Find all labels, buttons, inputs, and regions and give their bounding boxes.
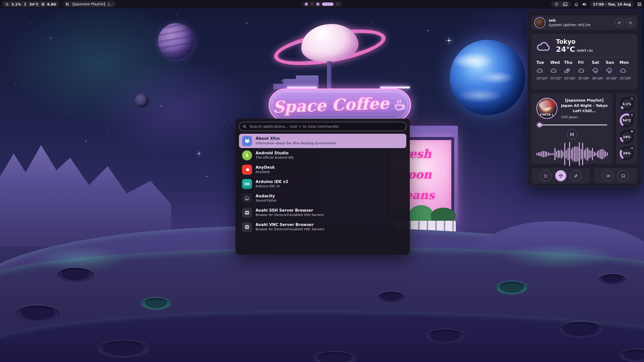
waveform-bar [579, 142, 580, 166]
workspace-dot-1[interactable] [305, 3, 308, 6]
seek-bar[interactable] [537, 124, 607, 125]
waveform-bar [572, 147, 573, 161]
waveform-bar [541, 151, 542, 157]
forecast-day: Sat 36°/26° [591, 60, 605, 80]
audacity-icon [242, 193, 252, 203]
pause-button[interactable] [567, 129, 577, 140]
forecast-day: Mon 33°/26° [619, 60, 633, 80]
waveform-bar [571, 149, 572, 159]
app-row-about-xfce[interactable]: About Xfce Information about the Xfce De… [239, 134, 406, 148]
performance-profile-button[interactable] [540, 170, 551, 181]
album-art-text: TOKYO L [537, 113, 557, 116]
workspace-dot-4-active[interactable] [322, 3, 334, 6]
gauge: 14% [620, 130, 634, 144]
waveform-bar [559, 151, 560, 158]
search-icon [242, 124, 247, 129]
system-stats-pill[interactable]: 3.1% 54°C 6.8G [2, 1, 59, 7]
saturn-ring [271, 23, 388, 72]
workspace-dot-2[interactable] [310, 3, 314, 6]
waveform-bar [551, 153, 552, 155]
waveform-bar [545, 151, 546, 157]
waveform-bar [549, 153, 550, 155]
chip-icon [41, 2, 45, 6]
tray-pill [551, 1, 571, 7]
cpu-temp-value: 54°C [29, 2, 38, 6]
workspace-indicator [302, 1, 342, 7]
clock-pill[interactable]: 17:09 - Tue, 19 Aug [590, 1, 634, 7]
gauge: 24% [620, 146, 634, 160]
workspace-dot-5[interactable] [336, 3, 339, 6]
wallpaper-tray-icon[interactable] [563, 2, 568, 7]
now-playing-pill[interactable]: 【Japanese Playlist】 J... [63, 1, 116, 7]
bright-star [448, 40, 450, 41]
app-row-avahi-ssh[interactable]: Avahi SSH Server Browser Browse for Zero… [239, 205, 406, 220]
waveform-bar [603, 150, 605, 158]
track-subtitle: Chill Japan. [561, 115, 608, 119]
leaf-icon [574, 173, 578, 178]
balanced-profile-button[interactable] [555, 170, 566, 181]
cloud-icon [578, 67, 585, 74]
video-camera-icon [606, 173, 611, 178]
screenshot-icon [621, 173, 626, 178]
seek-knob[interactable] [538, 123, 542, 127]
system-uptime: System Uptime: 4h11m [549, 23, 590, 27]
search-input[interactable] [239, 122, 406, 131]
gauge: 54°C [620, 113, 634, 127]
waveform-bar [590, 151, 591, 158]
waveform-bar [566, 150, 567, 158]
volume-icon[interactable] [582, 2, 587, 7]
settings-button[interactable] [615, 18, 623, 27]
top-bar: 3.1% 54°C 6.8G 【Japanese Playlist】 J... [0, 0, 644, 8]
waveform-bar [576, 146, 577, 162]
username: seb [549, 18, 590, 22]
neon-sign-text: Space Coffee [272, 94, 389, 116]
waveform-bar [607, 152, 608, 156]
waveform-bar [597, 151, 598, 157]
waveform-bar [561, 150, 562, 159]
waveform-bar [562, 151, 564, 157]
app-grid-icon[interactable] [637, 2, 642, 7]
screen-record-button[interactable] [602, 170, 614, 181]
app-row-anydesk[interactable]: AnyDesk AnyDesk [239, 162, 406, 177]
chip-icon [629, 129, 635, 134]
waveform-bar [536, 153, 537, 155]
mountains [0, 141, 171, 246]
app-row-arduino[interactable]: Arduino IDE v2 Arduino IDE v2 [239, 177, 406, 191]
workspace-dot-3[interactable] [316, 3, 319, 6]
purple-planet [158, 23, 194, 59]
power-button[interactable] [626, 18, 634, 27]
waveform-bar [577, 147, 578, 161]
waveform-bar [574, 147, 575, 162]
waveform-bar [540, 152, 541, 156]
waveform [536, 142, 608, 167]
disk-icon [629, 145, 635, 151]
app-row-audacity[interactable]: Audacity Sound Editor [239, 191, 406, 205]
waveform-bar [538, 152, 539, 156]
waveform-bar [602, 149, 603, 159]
pause-icon [66, 3, 68, 6]
waveform-bar [554, 148, 555, 160]
memory-usage-value: 6.8G [47, 2, 56, 6]
arduino-icon [242, 179, 252, 189]
speedometer-icon [629, 96, 635, 101]
screenshot-button[interactable] [618, 170, 629, 181]
cloud-icon [536, 40, 552, 53]
cloud-icon [550, 67, 558, 74]
app-description: Information about the Xfce Desktop Envir… [256, 141, 336, 146]
app-row-avahi-vnc[interactable]: Avahi VNC Server Browser Browse for Zero… [239, 220, 406, 234]
weather-forecast-row: Tue 33°/24° Wed 35°/25° Thu 33°/26° Fri [536, 60, 633, 80]
weather-current-temp: 24°C [556, 45, 575, 54]
forecast-day: Tue 33°/24° [536, 60, 550, 80]
album-art: TOKYO L [536, 98, 557, 119]
rain-cloud-icon [592, 67, 599, 74]
weather-timezone: (GMT+9) [577, 49, 593, 53]
forecast-day: Sun 33°/26° [605, 60, 619, 80]
notifications-bell-icon[interactable] [574, 2, 579, 7]
powersave-profile-button[interactable] [570, 170, 581, 181]
user-avatar[interactable] [534, 17, 545, 28]
media-player-card: TOKYO L 【Japanese Playlist】 Japan All Ni… [531, 93, 613, 164]
waveform-bar [594, 152, 595, 157]
weather-card: Tokyo 24°C(GMT+9) Tue 33°/24° Wed 35°/25… [531, 34, 637, 89]
app-row-android-studio[interactable]: Android Studio The official Android IDE [239, 148, 406, 162]
claw-tray-icon[interactable] [554, 2, 559, 7]
